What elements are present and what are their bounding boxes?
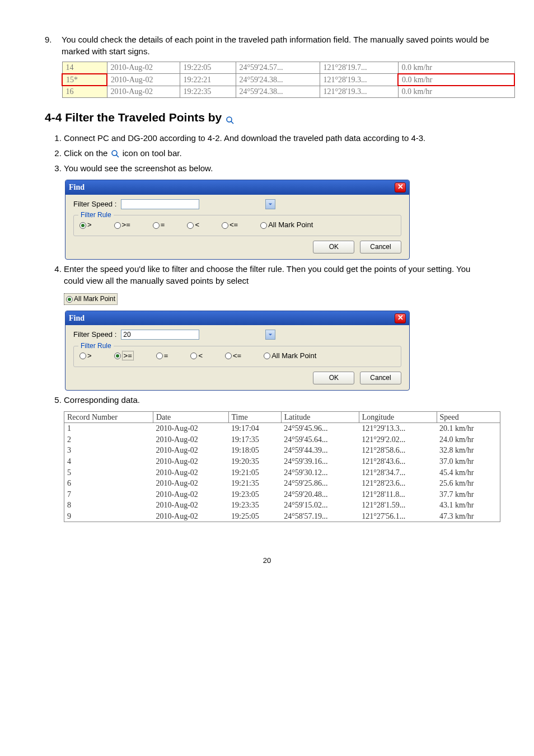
all-mark-point-selected: All Mark Point <box>64 293 118 305</box>
cancel-button[interactable]: Cancel <box>360 372 401 384</box>
radio-lte[interactable]: <= <box>225 351 241 361</box>
radio-eq[interactable]: = <box>153 220 165 230</box>
col-date: Date <box>153 411 228 423</box>
step-5: Corresponding data. <box>64 394 489 406</box>
table-row: 72010-Aug-0219:23:0524°59'20.48...121°28… <box>64 489 500 500</box>
table-row: 42010-Aug-0219:20:3524°59'39.16...121°28… <box>64 456 500 467</box>
item-9-number: 9. <box>45 34 62 57</box>
step-4: Enter the speed you'd like to filter and… <box>64 263 489 287</box>
corresponding-data-table: Record Number Date Time Latitude Longitu… <box>64 411 500 523</box>
ok-button[interactable]: OK <box>313 372 354 384</box>
find-dialog-2: Find ✕ Filter Speed : 20 Filter Rule > >… <box>65 311 410 391</box>
cancel-button[interactable]: Cancel <box>360 241 401 253</box>
step-2: Click on the icon on tool bar. <box>64 147 489 159</box>
table-row: 12010-Aug-0219:17:0424°59'45.96...121°29… <box>64 423 500 434</box>
radio-eq[interactable]: = <box>156 351 168 361</box>
radio-gt[interactable]: > <box>79 220 92 230</box>
filter-rule-group: Filter Rule > >= = < <= All Mark Point <box>73 346 401 367</box>
page-number: 20 <box>45 556 489 566</box>
dropdown-icon[interactable] <box>265 199 275 209</box>
radio-all-mark-point[interactable]: All Mark Point <box>260 220 313 230</box>
table-row: 52010-Aug-0219:21:0524°59'30.12...121°28… <box>64 467 500 478</box>
dialog-title: Find <box>69 182 85 193</box>
col-speed: Speed <box>437 411 500 423</box>
close-icon[interactable]: ✕ <box>395 313 406 323</box>
filter-rule-legend: Filter Rule <box>78 341 114 351</box>
filter-speed-label: Filter Speed : <box>73 199 116 209</box>
radio-gte[interactable]: >= <box>114 351 134 361</box>
find-dialog-1: Find ✕ Filter Speed : Filter Rule > >= =… <box>65 180 410 260</box>
table-row: 22010-Aug-0219:17:3524°59'45.64...121°29… <box>64 434 500 445</box>
table-row: 32010-Aug-0219:18:0524°59'44.39...121°28… <box>64 445 500 456</box>
radio-gte[interactable]: >= <box>114 220 130 230</box>
radio-lt[interactable]: < <box>187 220 199 230</box>
filter-rule-group: Filter Rule > >= = < <= All Mark Point <box>73 215 401 236</box>
svg-line-3 <box>116 155 119 158</box>
steps-list-5: Corresponding data. <box>45 394 489 406</box>
radio-all-mark-point[interactable]: All Mark Point <box>264 351 316 361</box>
dialog-titlebar[interactable]: Find ✕ <box>65 180 409 195</box>
magnifier-icon <box>110 149 120 159</box>
steps-list: Connect PC and DG-200 according to 4-2. … <box>45 132 489 174</box>
radio-gt[interactable]: > <box>79 351 92 361</box>
col-record-number: Record Number <box>64 411 153 423</box>
table-row: 14 2010-Aug-02 19:22:05 24°59'24.57... 1… <box>62 62 514 74</box>
step-3: You would see the screenshot as below. <box>64 162 489 174</box>
ok-button[interactable]: OK <box>313 241 354 253</box>
filter-rule-legend: Filter Rule <box>78 210 114 220</box>
table-row: 16 2010-Aug-02 19:22:35 24°59'24.38... 1… <box>62 86 514 97</box>
dialog-titlebar[interactable]: Find ✕ <box>65 311 409 326</box>
radio-lt[interactable]: < <box>190 351 203 361</box>
filter-speed-input[interactable] <box>121 199 199 209</box>
close-icon[interactable]: ✕ <box>395 182 406 192</box>
radio-lte[interactable]: <= <box>222 220 238 230</box>
table-row: 82010-Aug-0219:23:3524°59'15.02...121°28… <box>64 500 500 511</box>
section-heading-4-4: 4-4 Filter the Traveled Points by <box>45 109 489 125</box>
magnifier-icon <box>225 113 235 123</box>
steps-list-cont: Enter the speed you'd like to filter and… <box>45 263 489 287</box>
svg-line-1 <box>231 121 234 124</box>
small-path-table: 14 2010-Aug-02 19:22:05 24°59'24.57... 1… <box>62 62 515 98</box>
step-1: Connect PC and DG-200 according to 4-2. … <box>64 132 489 144</box>
filter-speed-input[interactable]: 20 <box>121 330 199 340</box>
dialog-title: Find <box>69 313 85 324</box>
dropdown-icon[interactable] <box>265 330 275 340</box>
filter-speed-label: Filter Speed : <box>73 330 116 340</box>
col-time: Time <box>228 411 281 423</box>
table-row: 62010-Aug-0219:21:3524°59'25.86...121°28… <box>64 478 500 489</box>
col-latitude: Latitude <box>281 411 359 423</box>
radio-checked-icon <box>66 296 73 303</box>
item-9: 9. You could check the details of each p… <box>45 34 489 57</box>
table-row: 15* 2010-Aug-02 19:22:21 24°59'24.38... … <box>62 74 514 86</box>
table-row: 92010-Aug-0219:25:0524°58'57.19...121°27… <box>64 511 500 522</box>
item-9-text: You could check the details of each poin… <box>62 34 489 57</box>
col-longitude: Longitude <box>359 411 437 423</box>
